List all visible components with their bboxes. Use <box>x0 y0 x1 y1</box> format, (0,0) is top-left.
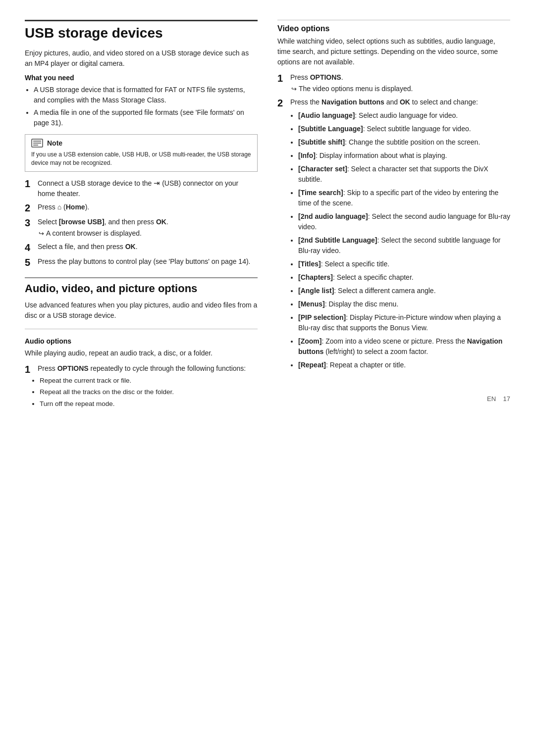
left-column: USB storage devices Enjoy pictures, audi… <box>25 20 258 417</box>
option-label-6: [Time search] <box>298 189 343 197</box>
arrow-icon-3: ↪ <box>39 229 44 239</box>
list-item: [Chapters]: Select a specific chapter. <box>298 272 510 283</box>
note-label: Note <box>47 139 62 147</box>
audio-step-1-list: Repeat the current track or file. Repeat… <box>40 376 258 409</box>
what-you-need-list: A USB storage device that is formatted f… <box>34 85 258 128</box>
step-3: 3 Select [browse USB], and then press OK… <box>25 217 258 239</box>
page-footer: EN 17 <box>277 395 510 403</box>
option-label-3: [Subtitle shift] <box>298 138 345 146</box>
list-item: [Info]: Display information about what i… <box>298 151 510 161</box>
step-3-content: Select [browse USB], and then press OK. … <box>38 217 258 239</box>
note-item: If you use a USB extension cable, USB HU… <box>31 151 251 166</box>
list-item: A media file in one of the supported fil… <box>34 107 258 128</box>
option-desc-12: : Display the disc menu. <box>325 300 399 308</box>
option-label-4: [Info] <box>298 151 316 159</box>
option-label-15: [Repeat] <box>298 361 326 369</box>
usb-intro: Enjoy pictures, audio, and video stored … <box>25 48 258 69</box>
page-number: 17 <box>503 395 510 403</box>
avp-section-title: Audio, video, and picture options <box>25 277 258 295</box>
note-icon <box>31 139 43 148</box>
option-desc-15: : Repeat a chapter or title. <box>326 361 406 369</box>
video-step-2-content: Press the Navigation buttons and OK to s… <box>290 97 510 375</box>
step-5: 5 Press the play buttons to control play… <box>25 256 258 268</box>
step-1: 1 Connect a USB storage device to the ⇥ … <box>25 178 258 200</box>
step-1-content: Connect a USB storage device to the ⇥ (U… <box>38 178 258 200</box>
video-options-list: [Audio language]: Select audio language … <box>298 110 510 370</box>
right-column: Video options While watching video, sele… <box>277 20 510 417</box>
audio-options-heading: Audio options <box>25 337 258 345</box>
option-desc-14: : Zoom into a video scene or picture. Pr… <box>298 337 502 355</box>
lang-label: EN <box>487 395 496 403</box>
video-step-2-text: Press the Navigation buttons and OK to s… <box>290 98 478 106</box>
step-3-sub: ↪ A content browser is displayed. <box>39 228 258 239</box>
option-desc-3: : Change the subtitle position on the sc… <box>345 138 480 146</box>
option-desc-11: : Select a different camera angle. <box>334 287 435 295</box>
what-you-need-heading: What you need <box>25 74 258 82</box>
list-item: Repeat the current track or file. <box>40 376 258 386</box>
option-desc-4: : Display information about what is play… <box>316 151 447 159</box>
option-desc-1: : Select audio language for video. <box>355 111 458 119</box>
audio-options-intro: While playing audio, repeat an audio tra… <box>25 348 258 358</box>
avp-intro: Use advanced features when you play pict… <box>25 300 258 321</box>
note-content: If you use a USB extension cable, USB HU… <box>31 151 251 167</box>
option-label-11: [Angle list] <box>298 287 334 295</box>
list-item: [Subtitle Language]: Select subtitle lan… <box>298 124 510 134</box>
home-icon: ⌂ <box>57 203 61 211</box>
usb-section-title: USB storage devices <box>25 20 258 41</box>
option-label-1: [Audio language] <box>298 111 355 119</box>
option-desc-9: : Select a specific title. <box>321 260 390 268</box>
arrow-icon-v1: ↪ <box>291 84 297 94</box>
audio-step-1-text: Press OPTIONS repeatedly to cycle throug… <box>38 364 246 372</box>
list-item: [2nd audio language]: Select the second … <box>298 211 510 232</box>
list-item: [Subtitle shift]: Change the subtitle po… <box>298 137 510 148</box>
video-step-num-1: 1 <box>277 72 286 84</box>
audio-step-1-content: Press OPTIONS repeatedly to cycle throug… <box>38 363 258 414</box>
step-4-text: Select a file, and then press OK. <box>38 243 138 251</box>
option-label-9: [Titles] <box>298 260 321 268</box>
list-item: [Repeat]: Repeat a chapter or title. <box>298 360 510 370</box>
step-4: 4 Select a file, and then press OK. <box>25 242 258 253</box>
option-label-2: [Subtitle Language] <box>298 125 363 133</box>
step-num-2: 2 <box>25 202 34 214</box>
step-num-3: 3 <box>25 217 34 229</box>
video-step-1: 1 Press OPTIONS. ↪ The video options men… <box>277 72 510 94</box>
option-desc-2: : Select subtitle language for video. <box>363 125 471 133</box>
list-item: [Time search]: Skip to a specific part o… <box>298 188 510 208</box>
list-item: [Titles]: Select a specific title. <box>298 259 510 269</box>
page-layout: USB storage devices Enjoy pictures, audi… <box>25 20 510 417</box>
step-num-4: 4 <box>25 242 34 253</box>
option-label-10: [Chapters] <box>298 273 333 281</box>
step-1-text: Connect a USB storage device to the ⇥ (U… <box>38 179 238 198</box>
video-step-1-content: Press OPTIONS. ↪ The video options menu … <box>290 72 510 94</box>
step-5-content: Press the play buttons to control play (… <box>38 256 258 267</box>
audio-step-num-1: 1 <box>25 363 34 375</box>
option-label-12: [Menus] <box>298 300 325 308</box>
list-item: [Character set]: Select a character set … <box>298 164 510 185</box>
step-2: 2 Press ⌂ (Home). <box>25 202 258 214</box>
step-2-content: Press ⌂ (Home). <box>38 202 258 212</box>
option-label-7: [2nd audio language] <box>298 212 368 220</box>
option-label-8: [2nd Subtitle Language] <box>298 236 377 244</box>
list-item: [Menus]: Display the disc menu. <box>298 299 510 309</box>
list-item: A USB storage device that is formatted f… <box>34 85 258 105</box>
list-item: [2nd Subtitle Language]: Select the seco… <box>298 235 510 256</box>
video-options-intro: While watching video, select options suc… <box>277 36 510 67</box>
note-box: Note If you use a USB extension cable, U… <box>25 134 258 172</box>
audio-step-1: 1 Press OPTIONS repeatedly to cycle thro… <box>25 363 258 414</box>
option-label-13: [PIP selection] <box>298 313 346 321</box>
divider-audio <box>25 329 258 329</box>
list-item: [PIP selection]: Display Picture-in-Pict… <box>298 312 510 333</box>
video-step-1-text: Press OPTIONS. <box>290 73 343 81</box>
step-3-sub-text: A content browser is displayed. <box>46 228 142 239</box>
step-2-text: Press ⌂ (Home). <box>38 203 89 211</box>
video-step-1-sub: ↪ The video options menu is displayed. <box>291 84 510 94</box>
option-desc-10: : Select a specific chapter. <box>333 273 414 281</box>
list-item: [Angle list]: Select a different camera … <box>298 286 510 296</box>
video-step-num-2: 2 <box>277 97 286 109</box>
page-wrapper: USB storage devices Enjoy pictures, audi… <box>25 20 510 756</box>
step-4-content: Select a file, and then press OK. <box>38 242 258 252</box>
usb-steps: 1 Connect a USB storage device to the ⇥ … <box>25 178 258 269</box>
step-num-1: 1 <box>25 178 34 190</box>
option-label-5: [Character set] <box>298 165 347 173</box>
video-options-heading: Video options <box>277 20 510 33</box>
